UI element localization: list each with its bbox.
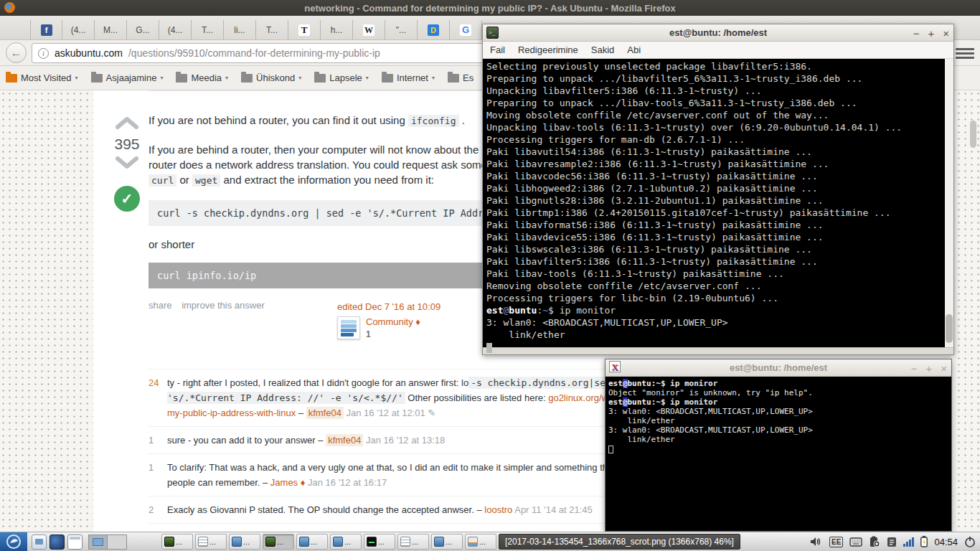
lubuntu-logo-icon: [6, 534, 21, 549]
task-button-window[interactable]: ...: [229, 534, 260, 550]
notes-icon[interactable]: [887, 537, 897, 547]
community-user-link[interactable]: Community ♦: [366, 316, 420, 327]
menu-abi[interactable]: Abi: [627, 44, 641, 55]
terminal-cursor: [608, 446, 613, 453]
community-avatar[interactable]: [337, 316, 360, 339]
task-button-editor[interactable]: ...: [397, 534, 429, 550]
show-desktop-icon[interactable]: [67, 534, 83, 550]
code-block-selected[interactable]: curl ipinfo.io/ip: [149, 263, 482, 288]
tab-7[interactable]: li...: [224, 20, 256, 39]
task-button-window[interactable]: ...: [330, 534, 362, 550]
network-signal-icon[interactable]: [903, 537, 914, 547]
browser-scrollbar[interactable]: [970, 121, 976, 148]
task-button-terminal-active[interactable]: ...: [263, 534, 294, 550]
tab-wikipedia[interactable]: W: [353, 20, 385, 39]
bookmark-internet[interactable]: Internet▾: [382, 72, 435, 83]
file-manager-icon[interactable]: [32, 534, 47, 550]
workspace-2[interactable]: [108, 535, 126, 549]
tab-5[interactable]: (4...: [159, 20, 192, 39]
tab-6[interactable]: T...: [192, 20, 224, 39]
hamburger-menu-icon[interactable]: [956, 46, 974, 60]
comment-score: 1: [149, 460, 167, 490]
terminal-output: 3: wlan0: <BROADCAST,MULTICAST,UP,LOWER_…: [608, 407, 948, 444]
comment-user-link[interactable]: kfmfe04: [326, 434, 363, 446]
bookmark-meedia[interactable]: Meedia▾: [176, 72, 228, 83]
task-button-image-viewer[interactable]: ...: [465, 534, 496, 550]
task-button-scrot-active[interactable]: [2017-03-14-135454_1366x768_scrot.png (1…: [499, 534, 740, 550]
edited-link[interactable]: edited Dec 7 '16 at 10:09: [337, 301, 440, 312]
tab-delfi[interactable]: D: [418, 20, 450, 39]
menu-fail[interactable]: Fail: [490, 44, 505, 55]
tab-8[interactable]: T...: [256, 20, 288, 39]
tab-4[interactable]: G...: [127, 20, 159, 39]
delfi-icon: D: [428, 24, 439, 36]
terminal2-screen[interactable]: est@buntu:~$ ip moniror Object "moniror"…: [606, 377, 951, 531]
power-button-icon[interactable]: [964, 536, 976, 547]
tab-10[interactable]: h...: [321, 20, 353, 39]
close-button[interactable]: ×: [943, 27, 949, 39]
terminal1-menubar: Fail Redigeerimine Sakid Abi: [483, 42, 953, 59]
system-monitor-icon: [367, 537, 377, 547]
share-link[interactable]: share: [149, 300, 172, 311]
bookmark-es[interactable]: Es: [448, 72, 473, 83]
minimize-button[interactable]: −: [911, 362, 918, 375]
minimize-button[interactable]: −: [913, 27, 920, 39]
window-icon: [333, 537, 343, 547]
tab-2[interactable]: (4...: [62, 20, 95, 39]
chevron-down-icon: ▾: [160, 75, 163, 81]
folder-icon: [91, 74, 103, 83]
task-button-editor[interactable]: ...: [195, 534, 227, 550]
task-button-monitor[interactable]: ...: [364, 534, 395, 550]
quick-launch: [32, 534, 83, 550]
tab-facebook[interactable]: f: [30, 20, 62, 39]
terminal1-titlebar[interactable]: >_ est@buntu: /home/est − + ×: [483, 24, 953, 42]
task-button-window[interactable]: ...: [431, 534, 463, 550]
comment-user-link[interactable]: loostro: [484, 504, 512, 515]
vote-count: 395: [111, 136, 143, 153]
tab-nytimes[interactable]: T: [288, 20, 321, 39]
workspace-1[interactable]: [89, 535, 108, 549]
keyboard-layout-indicator[interactable]: EE: [829, 537, 843, 547]
task-button-window[interactable]: ...: [296, 534, 328, 550]
back-button[interactable]: ←: [6, 42, 27, 63]
terminal1-scrollbar[interactable]: [945, 59, 953, 347]
task-button-terminal[interactable]: ...: [161, 534, 193, 550]
terminal-output: Object "moniror" is unknown, try "ip hel…: [608, 388, 948, 397]
close-button[interactable]: ×: [941, 362, 947, 375]
chevron-down-icon: ▾: [225, 75, 228, 81]
comment-user-link[interactable]: kfmfe04: [306, 407, 344, 419]
bookmark-lapsele[interactable]: Lapsele▾: [314, 72, 369, 83]
downvote-icon[interactable]: [115, 156, 139, 170]
folder-icon: [314, 74, 326, 83]
bookmark-most-visited[interactable]: Most Visited▾: [6, 72, 78, 83]
terminal2-titlebar[interactable]: X est@buntu: /home/est − + ×: [606, 359, 951, 377]
keyboard-icon[interactable]: [849, 537, 862, 547]
clock[interactable]: 04:54: [934, 537, 958, 547]
terminal1-title: est@buntu: /home/est: [483, 27, 953, 38]
bookmark-asjaajamine[interactable]: Asjaajamine▾: [91, 72, 164, 83]
app-menu-button[interactable]: [0, 532, 27, 551]
battery-icon[interactable]: [920, 536, 928, 547]
terminal2-title: est@buntu: /home/est: [606, 362, 951, 373]
comment-user-link[interactable]: James ♦: [270, 477, 306, 488]
volume-icon[interactable]: [810, 537, 823, 547]
improve-answer-link[interactable]: improve this answer: [182, 300, 265, 311]
bookmark-uhiskond[interactable]: Ühiskond▾: [241, 72, 301, 83]
web-browser-icon[interactable]: [50, 534, 65, 550]
workspace-switcher[interactable]: [88, 534, 127, 550]
menu-sakid[interactable]: Sakid: [591, 44, 615, 55]
tab-google[interactable]: G: [450, 20, 482, 39]
maximize-button[interactable]: +: [925, 362, 932, 375]
info-icon[interactable]: i: [38, 48, 49, 59]
edit-pencil-icon[interactable]: ✎: [428, 408, 435, 418]
tab-3[interactable]: M...: [95, 20, 127, 39]
clipboard-add-icon[interactable]: [869, 536, 880, 547]
menu-redigeerimine[interactable]: Redigeerimine: [518, 44, 578, 55]
text-editor-icon: [400, 537, 410, 547]
maximize-button[interactable]: +: [928, 27, 934, 39]
nytimes-icon: T: [298, 24, 310, 36]
tab-12[interactable]: "...: [385, 20, 418, 39]
upvote-icon[interactable]: [115, 116, 139, 130]
terminal1-screen[interactable]: Selecting previously unselected package …: [483, 59, 953, 347]
facebook-icon: f: [41, 24, 52, 36]
